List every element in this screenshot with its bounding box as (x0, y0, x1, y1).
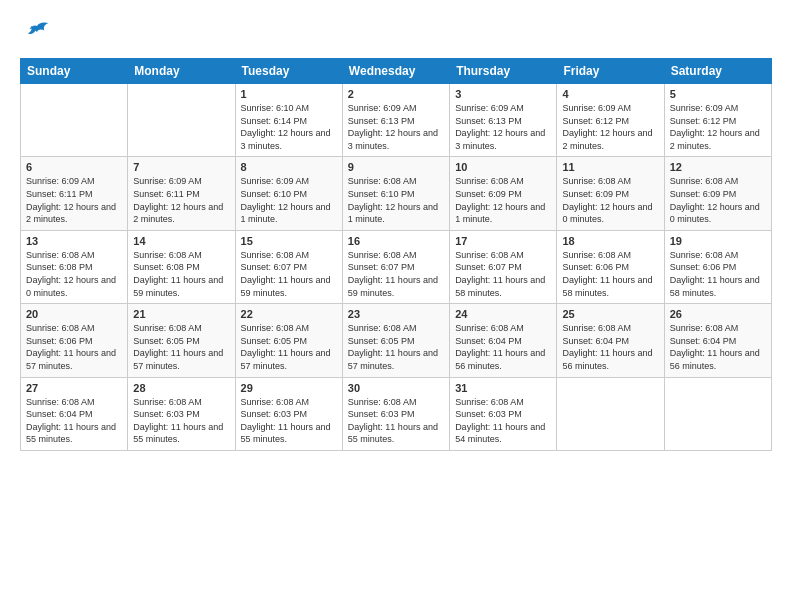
calendar-cell: 25Sunrise: 6:08 AM Sunset: 6:04 PM Dayli… (557, 304, 664, 377)
day-info: Sunrise: 6:09 AM Sunset: 6:13 PM Dayligh… (348, 102, 444, 152)
day-number: 31 (455, 382, 551, 394)
calendar-cell: 19Sunrise: 6:08 AM Sunset: 6:06 PM Dayli… (664, 230, 771, 303)
calendar-cell: 9Sunrise: 6:08 AM Sunset: 6:10 PM Daylig… (342, 157, 449, 230)
calendar-cell: 6Sunrise: 6:09 AM Sunset: 6:11 PM Daylig… (21, 157, 128, 230)
calendar-cell: 31Sunrise: 6:08 AM Sunset: 6:03 PM Dayli… (450, 377, 557, 450)
day-info: Sunrise: 6:08 AM Sunset: 6:07 PM Dayligh… (455, 249, 551, 299)
day-info: Sunrise: 6:08 AM Sunset: 6:09 PM Dayligh… (562, 175, 658, 225)
day-number: 18 (562, 235, 658, 247)
calendar-cell: 3Sunrise: 6:09 AM Sunset: 6:13 PM Daylig… (450, 84, 557, 157)
calendar-cell: 24Sunrise: 6:08 AM Sunset: 6:04 PM Dayli… (450, 304, 557, 377)
day-header-sunday: Sunday (21, 59, 128, 84)
day-number: 15 (241, 235, 337, 247)
day-header-friday: Friday (557, 59, 664, 84)
day-info: Sunrise: 6:08 AM Sunset: 6:08 PM Dayligh… (133, 249, 229, 299)
calendar-week-row: 6Sunrise: 6:09 AM Sunset: 6:11 PM Daylig… (21, 157, 772, 230)
calendar-week-row: 13Sunrise: 6:08 AM Sunset: 6:08 PM Dayli… (21, 230, 772, 303)
calendar-cell: 27Sunrise: 6:08 AM Sunset: 6:04 PM Dayli… (21, 377, 128, 450)
calendar-week-row: 1Sunrise: 6:10 AM Sunset: 6:14 PM Daylig… (21, 84, 772, 157)
calendar-cell: 16Sunrise: 6:08 AM Sunset: 6:07 PM Dayli… (342, 230, 449, 303)
calendar-cell (128, 84, 235, 157)
day-info: Sunrise: 6:09 AM Sunset: 6:13 PM Dayligh… (455, 102, 551, 152)
day-header-thursday: Thursday (450, 59, 557, 84)
day-info: Sunrise: 6:08 AM Sunset: 6:04 PM Dayligh… (562, 322, 658, 372)
day-number: 27 (26, 382, 122, 394)
day-number: 10 (455, 161, 551, 173)
day-number: 3 (455, 88, 551, 100)
day-header-tuesday: Tuesday (235, 59, 342, 84)
calendar-cell: 18Sunrise: 6:08 AM Sunset: 6:06 PM Dayli… (557, 230, 664, 303)
day-number: 26 (670, 308, 766, 320)
day-info: Sunrise: 6:08 AM Sunset: 6:07 PM Dayligh… (241, 249, 337, 299)
calendar-cell: 1Sunrise: 6:10 AM Sunset: 6:14 PM Daylig… (235, 84, 342, 157)
day-number: 13 (26, 235, 122, 247)
calendar-week-row: 20Sunrise: 6:08 AM Sunset: 6:06 PM Dayli… (21, 304, 772, 377)
calendar-cell: 26Sunrise: 6:08 AM Sunset: 6:04 PM Dayli… (664, 304, 771, 377)
calendar-cell: 22Sunrise: 6:08 AM Sunset: 6:05 PM Dayli… (235, 304, 342, 377)
day-header-monday: Monday (128, 59, 235, 84)
day-info: Sunrise: 6:08 AM Sunset: 6:08 PM Dayligh… (26, 249, 122, 299)
day-number: 29 (241, 382, 337, 394)
day-number: 21 (133, 308, 229, 320)
calendar-cell: 13Sunrise: 6:08 AM Sunset: 6:08 PM Dayli… (21, 230, 128, 303)
day-number: 4 (562, 88, 658, 100)
day-info: Sunrise: 6:08 AM Sunset: 6:07 PM Dayligh… (348, 249, 444, 299)
calendar-cell: 15Sunrise: 6:08 AM Sunset: 6:07 PM Dayli… (235, 230, 342, 303)
day-number: 25 (562, 308, 658, 320)
calendar-cell: 21Sunrise: 6:08 AM Sunset: 6:05 PM Dayli… (128, 304, 235, 377)
day-info: Sunrise: 6:09 AM Sunset: 6:11 PM Dayligh… (26, 175, 122, 225)
calendar-header-row: SundayMondayTuesdayWednesdayThursdayFrid… (21, 59, 772, 84)
day-number: 5 (670, 88, 766, 100)
day-number: 2 (348, 88, 444, 100)
logo-bird-icon (22, 20, 52, 44)
calendar-cell (664, 377, 771, 450)
day-info: Sunrise: 6:08 AM Sunset: 6:05 PM Dayligh… (348, 322, 444, 372)
calendar-cell: 11Sunrise: 6:08 AM Sunset: 6:09 PM Dayli… (557, 157, 664, 230)
day-info: Sunrise: 6:08 AM Sunset: 6:03 PM Dayligh… (241, 396, 337, 446)
calendar-cell: 5Sunrise: 6:09 AM Sunset: 6:12 PM Daylig… (664, 84, 771, 157)
calendar-cell: 2Sunrise: 6:09 AM Sunset: 6:13 PM Daylig… (342, 84, 449, 157)
calendar-cell (21, 84, 128, 157)
calendar-cell: 28Sunrise: 6:08 AM Sunset: 6:03 PM Dayli… (128, 377, 235, 450)
day-info: Sunrise: 6:08 AM Sunset: 6:06 PM Dayligh… (26, 322, 122, 372)
day-number: 7 (133, 161, 229, 173)
calendar-cell (557, 377, 664, 450)
day-number: 30 (348, 382, 444, 394)
day-info: Sunrise: 6:09 AM Sunset: 6:12 PM Dayligh… (670, 102, 766, 152)
calendar-cell: 23Sunrise: 6:08 AM Sunset: 6:05 PM Dayli… (342, 304, 449, 377)
day-info: Sunrise: 6:08 AM Sunset: 6:10 PM Dayligh… (348, 175, 444, 225)
day-number: 1 (241, 88, 337, 100)
day-info: Sunrise: 6:08 AM Sunset: 6:04 PM Dayligh… (670, 322, 766, 372)
day-info: Sunrise: 6:09 AM Sunset: 6:10 PM Dayligh… (241, 175, 337, 225)
calendar-cell: 29Sunrise: 6:08 AM Sunset: 6:03 PM Dayli… (235, 377, 342, 450)
calendar-cell: 7Sunrise: 6:09 AM Sunset: 6:11 PM Daylig… (128, 157, 235, 230)
day-number: 24 (455, 308, 551, 320)
day-number: 9 (348, 161, 444, 173)
day-info: Sunrise: 6:08 AM Sunset: 6:05 PM Dayligh… (133, 322, 229, 372)
day-info: Sunrise: 6:09 AM Sunset: 6:12 PM Dayligh… (562, 102, 658, 152)
day-info: Sunrise: 6:08 AM Sunset: 6:04 PM Dayligh… (26, 396, 122, 446)
day-number: 22 (241, 308, 337, 320)
calendar-cell: 8Sunrise: 6:09 AM Sunset: 6:10 PM Daylig… (235, 157, 342, 230)
calendar-cell: 10Sunrise: 6:08 AM Sunset: 6:09 PM Dayli… (450, 157, 557, 230)
day-info: Sunrise: 6:08 AM Sunset: 6:09 PM Dayligh… (455, 175, 551, 225)
day-number: 6 (26, 161, 122, 173)
day-number: 12 (670, 161, 766, 173)
calendar-cell: 30Sunrise: 6:08 AM Sunset: 6:03 PM Dayli… (342, 377, 449, 450)
calendar-cell: 17Sunrise: 6:08 AM Sunset: 6:07 PM Dayli… (450, 230, 557, 303)
calendar-table: SundayMondayTuesdayWednesdayThursdayFrid… (20, 58, 772, 451)
calendar-cell: 20Sunrise: 6:08 AM Sunset: 6:06 PM Dayli… (21, 304, 128, 377)
day-number: 11 (562, 161, 658, 173)
day-info: Sunrise: 6:08 AM Sunset: 6:03 PM Dayligh… (133, 396, 229, 446)
calendar-week-row: 27Sunrise: 6:08 AM Sunset: 6:04 PM Dayli… (21, 377, 772, 450)
day-info: Sunrise: 6:10 AM Sunset: 6:14 PM Dayligh… (241, 102, 337, 152)
day-number: 8 (241, 161, 337, 173)
day-number: 17 (455, 235, 551, 247)
calendar-cell: 12Sunrise: 6:08 AM Sunset: 6:09 PM Dayli… (664, 157, 771, 230)
day-number: 23 (348, 308, 444, 320)
day-info: Sunrise: 6:08 AM Sunset: 6:06 PM Dayligh… (670, 249, 766, 299)
logo (20, 20, 52, 48)
page-header (20, 20, 772, 48)
day-number: 16 (348, 235, 444, 247)
calendar-cell: 14Sunrise: 6:08 AM Sunset: 6:08 PM Dayli… (128, 230, 235, 303)
